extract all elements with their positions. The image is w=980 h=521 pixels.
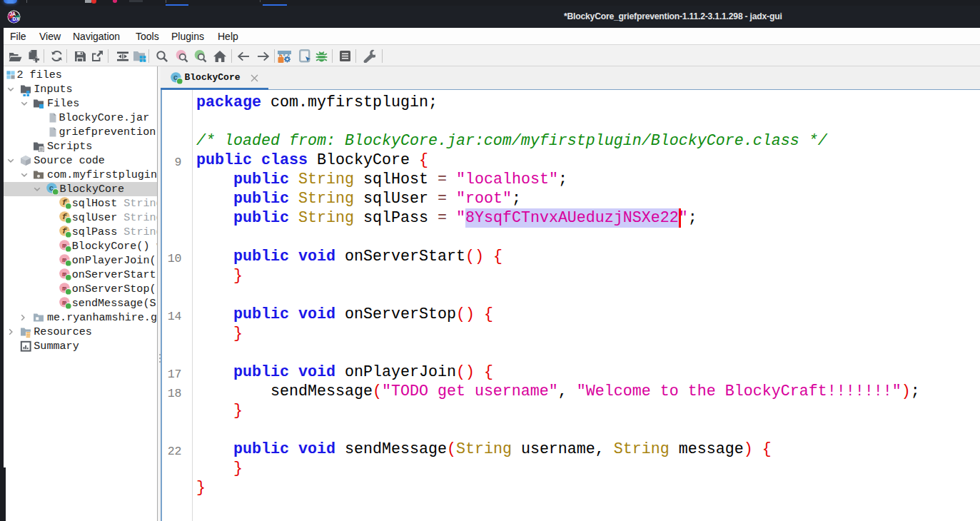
svg-text:JA: JA — [9, 11, 16, 16]
svg-text:DX: DX — [13, 16, 20, 21]
